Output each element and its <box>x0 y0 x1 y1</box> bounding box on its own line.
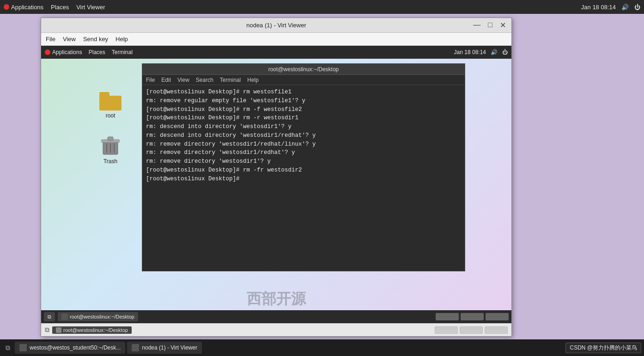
host-bottom-show-desktop[interactable]: ⧉ <box>3 343 13 353</box>
virt-status-terminal-label[interactable]: root@westoslinux:~/Desktop <box>52 326 132 334</box>
watermark: 西部开源 <box>247 289 306 309</box>
terminal-line: rm: descend into directory 'westosdir1/r… <box>146 131 461 140</box>
virt-statusbar: ⧉ root@westoslinux:~/Desktop <box>41 323 511 336</box>
host-places-menu[interactable]: Places <box>51 4 69 11</box>
terminal-line: [root@westoslinux Desktop]# rm -fr westo… <box>146 166 461 175</box>
terminal-menubar: File Edit View Search Terminal Help <box>142 75 465 85</box>
guest-volume-icon[interactable]: 🔊 <box>491 49 498 55</box>
vm-screen[interactable]: Applications Places Terminal Jan 18 08:1… <box>41 46 511 323</box>
terminal-menu-search[interactable]: Search <box>196 77 213 83</box>
terminal-line: [root@westoslinux Desktop]# <box>146 175 461 184</box>
host-datetime: Jan 18 08:14 <box>581 4 616 11</box>
vm-scroll-slider[interactable] <box>436 313 459 320</box>
virt-maximize-button[interactable]: □ <box>486 21 494 30</box>
terminal-menu-view[interactable]: View <box>177 77 189 83</box>
trash-icon <box>101 136 120 156</box>
virt-status-terminal-text: root@westoslinux:~/Desktop <box>63 327 128 333</box>
guest-apps-label: Applications <box>52 49 82 55</box>
host-terminal-task-icon <box>19 344 27 351</box>
terminal-line: rm: remove directory 'westosdir1/redhat'… <box>146 148 461 157</box>
virt-menu-file[interactable]: File <box>46 36 55 43</box>
csdn-text: CSDN @努力扑腾的小菜鸟 <box>570 344 637 352</box>
virt-viewer-window: nodea (1) - Virt Viewer — □ ✕ File View … <box>41 18 512 337</box>
virt-menu-help[interactable]: Help <box>115 36 128 43</box>
terminal-line: [root@westoslinux Desktop]# rm westosfil… <box>146 88 461 97</box>
host-task-terminal-label: westos@westos_student50:~/Desk... <box>30 344 121 351</box>
vm-bottom-taskbar: ⧉ root@westoslinux:~/Desktop <box>41 310 511 323</box>
virt-minimize-button[interactable]: — <box>471 21 482 30</box>
host-taskbar-right: Jan 18 08:14 🔊 ⏻ <box>581 4 640 11</box>
svg-rect-2 <box>108 137 113 141</box>
virt-status-resize-icon[interactable]: ⧉ <box>45 326 49 334</box>
root-icon-label: root <box>106 112 115 119</box>
virt-scroll-btn-1[interactable] <box>435 326 458 334</box>
virt-menu-view[interactable]: View <box>63 36 76 43</box>
virt-window-title: nodea (1) - Virt Viewer <box>246 22 306 29</box>
host-virt-task-icon <box>132 344 139 351</box>
virt-scroll-btn-2[interactable] <box>460 326 483 334</box>
guest-places-menu[interactable]: Places <box>89 49 105 55</box>
terminal-titlebar: root@westoslinux:~/Desktop <box>142 64 465 75</box>
vm-terminal-task-icon <box>61 313 68 320</box>
terminal-line: [root@westoslinux Desktop]# rm -r westos… <box>146 114 461 123</box>
desktop-icon-trash[interactable]: Trash <box>92 136 129 165</box>
host-volume-icon[interactable]: 🔊 <box>621 4 629 11</box>
host-virt-viewer-menu[interactable]: Virt Viewer <box>76 4 105 11</box>
guest-datetime: Jan 18 08:14 <box>454 49 486 55</box>
trash-icon-label: Trash <box>103 158 117 165</box>
host-taskbar: Applications Places Virt Viewer Jan 18 0… <box>0 0 644 14</box>
folder-body <box>99 96 122 110</box>
desktop-icon-root[interactable]: root <box>92 92 129 119</box>
terminal-line: rm: remove directory 'westosdir1/redhat/… <box>146 140 461 149</box>
guest-topbar: Applications Places Terminal Jan 18 08:1… <box>41 46 511 59</box>
virt-scroll-btn-3[interactable] <box>485 326 508 334</box>
terminal-window: root@westoslinux:~/Desktop File Edit Vie… <box>142 63 465 271</box>
virt-close-button[interactable]: ✕ <box>498 21 508 30</box>
guest-applications-menu[interactable]: Applications <box>45 49 82 55</box>
terminal-line: rm: descend into directory 'westosdir1'?… <box>146 123 461 131</box>
virt-menubar: File View Send key Help <box>41 33 511 46</box>
terminal-menu-terminal[interactable]: Terminal <box>220 77 241 83</box>
terminal-title: root@westoslinux:~/Desktop <box>268 66 339 73</box>
vm-show-desktop-icon: ⧉ <box>48 314 51 320</box>
terminal-line: [root@westoslinux Desktop]# rm -f westos… <box>146 105 461 114</box>
host-task-virt-viewer[interactable]: nodea (1) - Virt Viewer <box>127 342 202 354</box>
virt-titlebar-buttons: — □ ✕ <box>471 21 508 30</box>
virt-terminal-icon <box>56 327 61 333</box>
host-power-icon[interactable]: ⏻ <box>634 4 640 11</box>
vm-taskbar-right <box>436 313 509 320</box>
virt-status-left: ⧉ root@westoslinux:~/Desktop <box>45 326 132 334</box>
terminal-menu-edit[interactable]: Edit <box>161 77 171 83</box>
host-task-virt-label: nodea (1) - Virt Viewer <box>142 344 197 351</box>
vm-scroll-slider-2[interactable] <box>461 313 484 320</box>
host-task-terminal[interactable]: westos@westos_student50:~/Desk... <box>15 342 125 354</box>
virt-titlebar: nodea (1) - Virt Viewer — □ ✕ <box>41 18 511 33</box>
guest-power-icon[interactable]: ⏻ <box>502 49 508 55</box>
host-apps-label: Applications <box>11 4 43 11</box>
terminal-body[interactable]: [root@westoslinux Desktop]# rm westosfil… <box>142 85 465 271</box>
virt-menu-send-key[interactable]: Send key <box>83 36 108 43</box>
terminal-menu-file[interactable]: File <box>146 77 155 83</box>
root-folder-icon <box>99 92 122 110</box>
vm-taskbar-show-desktop[interactable]: ⧉ <box>44 312 55 321</box>
vm-scroll-slider-3[interactable] <box>486 313 509 320</box>
vm-taskbar-terminal-item[interactable]: root@westoslinux:~/Desktop <box>58 312 138 321</box>
host-bottom-taskbar: ⧉ westos@westos_student50:~/Desk... node… <box>0 339 644 356</box>
host-applications-menu[interactable]: Applications <box>4 4 43 11</box>
terminal-line: rm: remove regular empty file 'westosfil… <box>146 97 461 105</box>
guest-terminal-menu[interactable]: Terminal <box>112 49 133 55</box>
guest-topbar-right: Jan 18 08:14 🔊 ⏻ <box>454 49 508 55</box>
guest-red-dot-icon <box>45 49 50 55</box>
red-dot-icon <box>4 4 9 10</box>
host-csdn-label: CSDN @努力扑腾的小菜鸟 <box>565 343 641 353</box>
virt-status-right <box>435 326 508 334</box>
host-taskbar-left: Applications Places Virt Viewer <box>4 4 105 11</box>
terminal-line: rm: remove directory 'westosdir1'? y <box>146 157 461 166</box>
terminal-menu-help[interactable]: Help <box>247 77 259 83</box>
vm-terminal-task-label: root@westoslinux:~/Desktop <box>70 314 134 319</box>
